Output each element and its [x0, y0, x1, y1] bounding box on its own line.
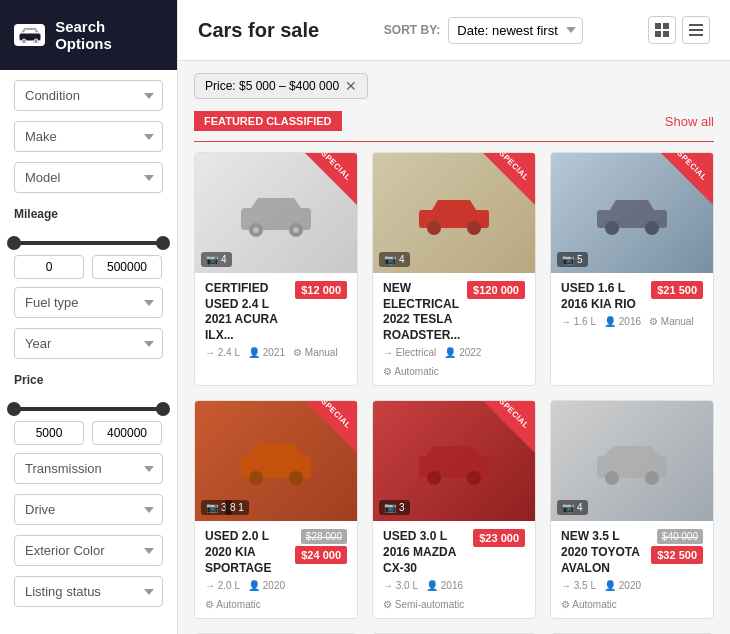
price-max-input[interactable]	[92, 421, 162, 445]
price-fill	[14, 407, 163, 411]
sort-row: SORT BY: Date: newest first	[384, 17, 583, 44]
car-icon	[14, 24, 45, 46]
price-filter-text: Price: $5 000 – $400 000	[205, 79, 339, 93]
svg-point-29	[467, 471, 481, 485]
mileage-thumb-max[interactable]	[156, 236, 170, 250]
grid-icon	[655, 23, 669, 37]
sort-label: SORT BY:	[384, 23, 440, 37]
fuel-type-dropdown[interactable]: Fuel type	[14, 287, 163, 318]
svg-point-28	[427, 471, 441, 485]
svg-point-16	[253, 227, 259, 233]
car-meta-5: → 3.0 L 👤 2016 ⚙ Semi-automatic	[383, 580, 525, 610]
drive-dropdown[interactable]: Drive	[14, 494, 163, 525]
photo-count-2: 📷4	[379, 252, 410, 267]
condition-dropdown[interactable]: Condition	[14, 80, 163, 111]
mileage-max-input[interactable]	[92, 255, 162, 279]
year-2: 👤 2022	[444, 347, 481, 358]
svg-point-23	[645, 221, 659, 235]
car-title-row-5: USED 3.0 L 2016 MAZDA CX-30 $23 000	[383, 529, 525, 576]
svg-point-17	[293, 227, 299, 233]
car-image-6: 📷4	[551, 401, 713, 521]
svg-rect-11	[689, 29, 703, 31]
price-min-input[interactable]	[14, 421, 84, 445]
car-title-3: USED 1.6 L 2016 KIA RIO	[561, 281, 647, 312]
model-dropdown[interactable]: Model	[14, 162, 163, 193]
trans-4: ⚙ Automatic	[205, 599, 261, 610]
mileage-thumb-min[interactable]	[7, 236, 21, 250]
make-dropdown[interactable]: Make	[14, 121, 163, 152]
engine-4: → 2.0 L	[205, 580, 240, 591]
car-price-4: $24 000	[295, 546, 347, 564]
list-view-button[interactable]	[682, 16, 710, 44]
sort-select[interactable]: Date: newest first	[448, 17, 583, 44]
car-info-6: NEW 3.5 L 2020 TOYOTA AVALON $40 000 $32…	[551, 521, 713, 618]
car-info-3: USED 1.6 L 2016 KIA RIO $21 500 → 1.6 L …	[551, 273, 713, 335]
price-thumb-min[interactable]	[7, 402, 21, 416]
car-card-6[interactable]: 📷4 NEW 3.5 L 2020 TOYOTA AVALON $40 000 …	[550, 400, 714, 619]
featured-divider	[194, 141, 714, 142]
engine-6: → 3.5 L	[561, 580, 596, 591]
price-col-4: $28 000 $24 000	[295, 529, 347, 564]
svg-rect-12	[689, 34, 703, 36]
car-price-2: $120 000	[467, 281, 525, 299]
svg-point-26	[289, 471, 303, 485]
car-card-4[interactable]: SPECIAL 📷3 8 1 USED 2.0 L 2020 KIA SPORT…	[194, 400, 358, 619]
car-info-4: USED 2.0 L 2020 KIA SPORTAGE $28 000 $24…	[195, 521, 357, 618]
car-card-5[interactable]: SPECIAL 📷3 USED 3.0 L 2016 MAZDA CX-30 $…	[372, 400, 536, 619]
car-price-old-4: $28 000	[301, 529, 347, 544]
featured-label: FEATURED CLASSIFIED	[194, 111, 342, 131]
car-title-6: NEW 3.5 L 2020 TOYOTA AVALON	[561, 529, 647, 576]
car-meta-2: → Electrical 👤 2022 ⚙ Automatic	[383, 347, 525, 377]
featured-header: FEATURED CLASSIFIED Show all	[194, 111, 714, 131]
price-slider[interactable]	[14, 393, 163, 453]
sidebar-header: Search Options	[0, 0, 177, 70]
engine-1: → 2.4 L	[205, 347, 240, 358]
year-dropdown[interactable]: Year	[14, 328, 163, 359]
main-header: Cars for sale SORT BY: Date: newest firs…	[178, 0, 730, 61]
car-image-3: SPECIAL 📷5	[551, 153, 713, 273]
svg-rect-6	[655, 23, 661, 29]
car-image-4: SPECIAL 📷3 8 1	[195, 401, 357, 521]
car-price-1: $12 000	[295, 281, 347, 299]
cars-grid: SPECIAL 📷4 CERTIFIED USED 2.4 L 2021 ACU…	[194, 152, 714, 634]
year-5: 👤 2016	[426, 580, 463, 591]
list-icon	[689, 23, 703, 37]
car-title-row-6: NEW 3.5 L 2020 TOYOTA AVALON $40 000 $32…	[561, 529, 703, 576]
car-meta-3: → 1.6 L 👤 2016 ⚙ Manual	[561, 316, 703, 327]
mileage-inputs	[14, 255, 163, 279]
car-image-1: SPECIAL 📷4	[195, 153, 357, 273]
mileage-min-input[interactable]	[14, 255, 84, 279]
car-card-3[interactable]: SPECIAL 📷5 USED 1.6 L 2016 KIA RIO $21 5…	[550, 152, 714, 386]
svg-rect-8	[655, 31, 661, 37]
car-meta-1: → 2.4 L 👤 2021 ⚙ Manual	[205, 347, 347, 358]
car-card-1[interactable]: SPECIAL 📷4 CERTIFIED USED 2.4 L 2021 ACU…	[194, 152, 358, 386]
car-info-2: NEW ELECTRICAL 2022 TESLA ROADSTER... $1…	[373, 273, 535, 385]
remove-filter-button[interactable]: ✕	[345, 78, 357, 94]
trans-6: ⚙ Automatic	[561, 599, 617, 610]
car-card-2[interactable]: SPECIAL 📷4 NEW ELECTRICAL 2022 TESLA ROA…	[372, 152, 536, 386]
car-meta-6: → 3.5 L 👤 2020 ⚙ Automatic	[561, 580, 703, 610]
grid-view-button[interactable]	[648, 16, 676, 44]
price-thumb-max[interactable]	[156, 402, 170, 416]
car-title-1: CERTIFIED USED 2.4 L 2021 ACURA ILX...	[205, 281, 291, 343]
exterior-color-dropdown[interactable]: Exterior Color	[14, 535, 163, 566]
mileage-slider[interactable]	[14, 227, 163, 287]
car-title-row-2: NEW ELECTRICAL 2022 TESLA ROADSTER... $1…	[383, 281, 525, 343]
year-1: 👤 2021	[248, 347, 285, 358]
photo-count-3: 📷5	[557, 252, 588, 267]
svg-point-19	[427, 221, 441, 235]
photo-count-6: 📷4	[557, 500, 588, 515]
car-title-5: USED 3.0 L 2016 MAZDA CX-30	[383, 529, 469, 576]
car-meta-4: → 2.0 L 👤 2020 ⚙ Automatic	[205, 580, 347, 610]
price-inputs	[14, 421, 163, 445]
svg-point-20	[467, 221, 481, 235]
photo-count-5: 📷3	[379, 500, 410, 515]
svg-rect-9	[663, 31, 669, 37]
car-title-4: USED 2.0 L 2020 KIA SPORTAGE	[205, 529, 291, 576]
svg-point-32	[645, 471, 659, 485]
listing-status-dropdown[interactable]: Listing status	[14, 576, 163, 607]
transmission-dropdown[interactable]: Transmission	[14, 453, 163, 484]
extra-count-4: 8 1	[225, 500, 249, 515]
price-track	[14, 407, 163, 411]
show-all-link[interactable]: Show all	[665, 114, 714, 129]
